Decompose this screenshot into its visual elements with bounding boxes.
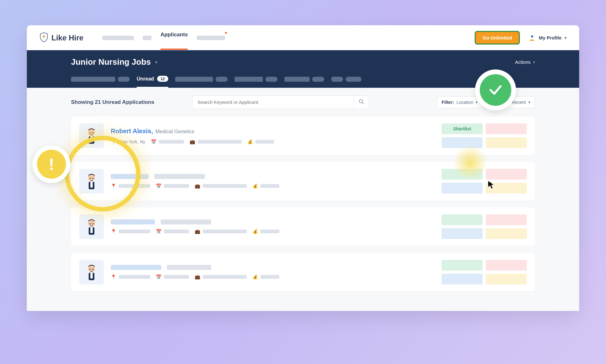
status-tab-placeholder[interactable] [331,77,361,87]
profile-menu[interactable]: My Profile ▾ [529,34,567,41]
check-icon [488,82,503,98]
status-tab-placeholder[interactable] [284,77,324,87]
applicant-role: Medical Genetics [156,129,194,134]
actions-label: Actions [515,59,531,65]
svg-rect-6 [90,136,92,142]
exclamation-icon: ! [37,150,66,179]
filter-value: Location [456,100,473,105]
success-badge [475,69,516,110]
chevron-down-icon: ▾ [528,100,530,104]
main-nav: Applicants [102,32,225,44]
status-tab-unread[interactable]: Unread 12 [137,76,168,88]
decorative-dots [33,56,55,72]
shortlist-button[interactable]: Shortlist [442,123,483,134]
results-count: Showing 21 Unread Applications [71,99,154,105]
calendar-icon: 📅 [156,229,161,234]
location-icon: 📍 [111,229,116,234]
location-info: 📍New York, Ny [111,139,145,144]
svg-point-18 [92,223,94,224]
status-tab-placeholder[interactable] [71,77,130,87]
calendar-icon: 📅 [151,139,156,144]
status-tab-placeholder[interactable] [235,77,277,87]
shortlist-button[interactable] [442,260,483,271]
search-icon [359,99,364,105]
action-button[interactable] [486,228,527,239]
svg-point-8 [92,132,94,134]
shortlist-button[interactable] [442,169,483,180]
top-header: Like Hire Applicants Go Unlimited My Pro… [27,25,579,50]
reject-button[interactable] [486,169,527,180]
svg-point-19 [88,265,95,272]
job-title-text: Junior Nursing Jobs [71,57,151,67]
svg-rect-21 [90,273,92,278]
applicant-card[interactable]: Robert Alexis, Medical Genetics 📍New Yor… [71,116,535,155]
svg-point-1 [531,35,533,37]
chevron-down-icon: ▾ [565,36,567,40]
actions-dropdown[interactable]: Actions ▾ [515,59,535,65]
money-icon: 💰 [252,229,258,234]
money-icon: 💰 [252,274,258,279]
svg-point-12 [90,178,91,179]
applicant-avatar [79,123,104,148]
action-button[interactable] [442,228,483,239]
action-button[interactable] [486,137,527,148]
svg-point-9 [88,174,95,181]
location-icon: 📍 [111,183,116,188]
svg-rect-16 [90,227,92,233]
nav-item-placeholder[interactable] [102,36,134,40]
svg-point-2 [359,99,363,103]
applicant-list: Robert Alexis, Medical Genetics 📍New Yor… [27,116,579,311]
card-actions: Shortlist [442,123,527,148]
filter-dropdown[interactable]: Filter: Location ▾ [437,96,482,108]
shield-icon [39,32,48,44]
job-title-dropdown[interactable]: Junior Nursing Jobs ▾ [71,57,157,67]
brand-logo[interactable]: Like Hire [39,32,83,44]
brand-name: Like Hire [51,33,83,42]
applicant-card[interactable]: 📍 📅 💼 💰 [71,253,535,291]
applicant-avatar [79,214,104,239]
applicant-name: Robert Alexis, [111,128,153,135]
action-button[interactable] [486,274,527,284]
profile-label: My Profile [539,35,561,40]
svg-point-17 [90,223,91,224]
money-icon: 💰 [247,139,253,144]
svg-point-7 [90,132,91,134]
location-text: New York, Ny [119,139,145,144]
briefcase-icon: 💼 [195,229,200,234]
go-unlimited-button[interactable]: Go Unlimited [475,31,520,45]
nav-item-placeholder[interactable] [197,36,225,40]
reject-button[interactable] [486,214,527,225]
chevron-down-icon: ▾ [476,100,478,104]
action-button[interactable] [442,274,483,284]
reject-button[interactable] [486,123,527,134]
salary-info: 💰 [247,139,274,144]
applicant-avatar [79,260,104,284]
app-window: Like Hire Applicants Go Unlimited My Pro… [27,25,579,311]
decorative-dots [551,56,573,72]
cursor-icon [487,180,496,191]
search-button[interactable] [354,95,369,109]
nav-item-applicants[interactable]: Applicants [160,32,188,44]
svg-point-0 [43,35,45,38]
action-button[interactable] [442,183,483,194]
search-box [192,95,369,109]
svg-point-13 [92,178,94,179]
svg-rect-11 [90,182,92,188]
alert-badge: ! [33,145,70,183]
location-icon: 📍 [111,274,116,279]
money-icon: 💰 [252,183,258,188]
sort-value: Recent [512,100,526,105]
chevron-down-icon: ▾ [533,60,535,64]
applicant-card[interactable]: 📍 📅 💼 💰 [71,207,535,246]
search-input[interactable] [192,95,354,109]
status-tab-placeholder[interactable] [175,77,228,87]
shortlist-button[interactable] [442,214,483,225]
tab-label: Unread [137,76,154,82]
action-button[interactable] [442,137,483,148]
svg-line-3 [362,102,364,104]
tab-count-badge: 12 [157,76,168,82]
nav-item-placeholder[interactable] [143,36,152,40]
applicant-card[interactable]: 📍 📅 💼 💰 [71,162,535,200]
svg-point-4 [88,129,95,136]
reject-button[interactable] [486,260,527,271]
